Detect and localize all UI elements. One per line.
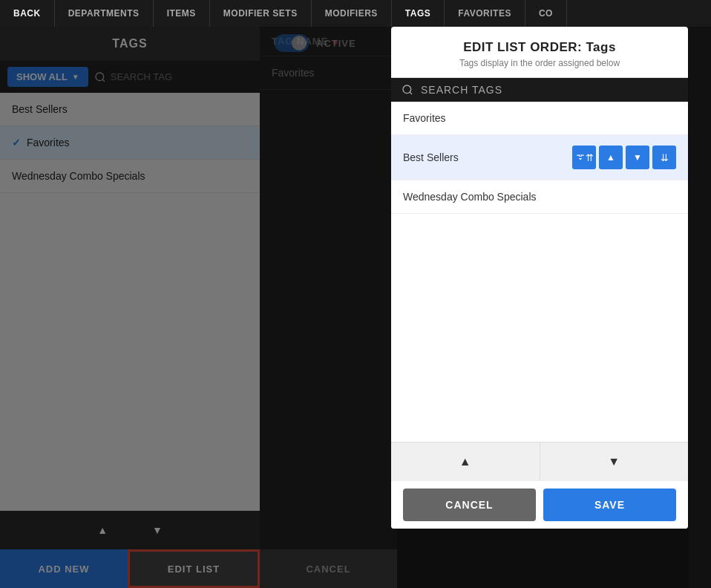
modal-move-down-button[interactable]: ▼ — [540, 442, 689, 480]
search-icon — [402, 84, 413, 96]
nav-modifiers[interactable]: MODIFIERS — [312, 0, 392, 27]
nav-items[interactable]: ITEMS — [154, 0, 210, 27]
modal-list: Favorites Best Sellers ⇈ ▲ ▼ ⇊ Wednesday… — [391, 102, 688, 442]
order-controls: ⇈ ▲ ▼ ⇊ — [572, 146, 676, 169]
svg-point-2 — [403, 85, 411, 94]
modal-cancel-button[interactable]: CANCEL — [403, 489, 536, 521]
modal-list-item[interactable]: Wednesday Combo Specials — [391, 180, 688, 214]
modal-footer: CANCEL SAVE — [391, 480, 688, 529]
modal-search[interactable]: SEARCH TAGS — [391, 78, 688, 102]
modal-move-up-button[interactable]: ▲ — [391, 442, 540, 480]
modal-arrows: ▲ ▼ — [391, 442, 688, 480]
top-nav: BACK DEPARTMENTS ITEMS MODIFIER SETS MOD… — [0, 0, 711, 27]
modal-list-item[interactable]: Favorites — [391, 102, 688, 135]
modal-search-text: SEARCH TAGS — [421, 84, 502, 96]
move-to-bottom-button[interactable]: ⇊ — [652, 146, 676, 169]
nav-modifier-sets[interactable]: MODIFIER SETS — [210, 0, 312, 27]
move-down-button[interactable]: ▼ — [626, 146, 649, 169]
nav-favorites[interactable]: FAVORITES — [445, 0, 525, 27]
edit-list-order-modal: EDIT LIST ORDER: Tags Tags display in th… — [391, 27, 688, 529]
modal-save-button[interactable]: SAVE — [543, 489, 676, 521]
nav-back[interactable]: BACK — [0, 0, 55, 27]
modal-subtitle: Tags display in the order assigned below — [406, 58, 673, 68]
modal-title: EDIT LIST ORDER: Tags — [406, 40, 673, 55]
modal-list-item[interactable]: Best Sellers ⇈ ▲ ▼ ⇊ — [391, 135, 688, 180]
move-up-button[interactable]: ▲ — [599, 146, 623, 169]
move-to-top-button[interactable]: ⇈ — [572, 146, 596, 169]
nav-departments[interactable]: DEPARTMENTS — [55, 0, 154, 27]
nav-co[interactable]: CO — [525, 0, 567, 27]
modal-header: EDIT LIST ORDER: Tags Tags display in th… — [391, 27, 688, 78]
nav-tags[interactable]: TAGS — [392, 0, 445, 27]
svg-line-3 — [410, 92, 412, 94]
